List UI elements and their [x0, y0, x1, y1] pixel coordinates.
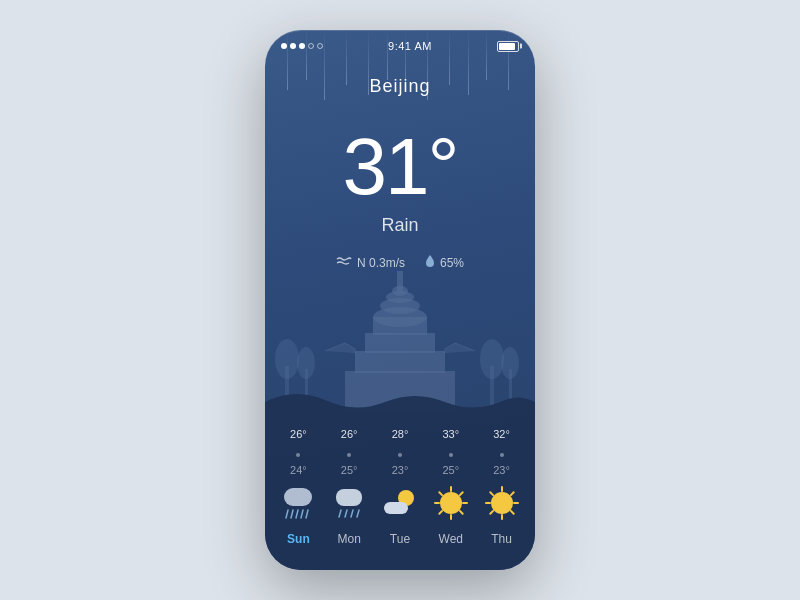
forecast-section: 26° 26° 28° 33° 32° 24° 25° 23° 25° 23° — [265, 382, 535, 570]
battery-fill — [499, 43, 515, 50]
signal-dots — [281, 43, 323, 49]
status-time: 9:41 AM — [388, 40, 432, 52]
city-name: Beijing — [265, 76, 535, 97]
svg-line-36 — [460, 511, 463, 514]
day-label-row: Sun Mon Tue Wed Thu — [265, 530, 535, 554]
forecast-icon-thu — [479, 486, 525, 526]
dot-sun — [275, 443, 321, 461]
wave-divider — [265, 382, 535, 422]
svg-line-24 — [339, 510, 341, 517]
humidity-detail: 65% — [425, 254, 464, 271]
svg-line-18 — [286, 510, 288, 518]
svg-line-35 — [439, 492, 442, 495]
signal-dot-5 — [317, 43, 323, 49]
dot-mon — [326, 443, 372, 461]
svg-rect-17 — [284, 488, 312, 506]
high-temp-thu: 32° — [479, 428, 525, 440]
signal-dot-4 — [308, 43, 314, 49]
day-sun: Sun — [275, 532, 321, 546]
svg-line-37 — [460, 492, 463, 495]
forecast-icon-mon — [326, 486, 372, 526]
dot-thu — [479, 443, 525, 461]
svg-line-21 — [301, 510, 303, 518]
main-weather-content: Beijing 31° Rain N 0.3m/s 65% — [265, 56, 535, 271]
forecast-icon-tue — [377, 486, 423, 526]
forecast-background: 26° 26° 28° 33° 32° 24° 25° 23° 25° 23° — [265, 422, 535, 570]
svg-line-44 — [490, 492, 493, 495]
svg-line-27 — [357, 510, 359, 517]
low-temp-sun: 24° — [275, 464, 321, 476]
day-thu: Thu — [479, 532, 525, 546]
high-temp-tue: 28° — [377, 428, 423, 440]
svg-rect-8 — [397, 271, 403, 293]
svg-point-14 — [480, 339, 504, 379]
low-temp-tue: 23° — [377, 464, 423, 476]
svg-line-45 — [510, 511, 513, 514]
dot-wed — [428, 443, 474, 461]
svg-point-30 — [440, 492, 462, 514]
svg-line-22 — [306, 510, 308, 518]
signal-dot-2 — [290, 43, 296, 49]
forecast-icon-row — [265, 482, 535, 530]
svg-line-26 — [351, 510, 353, 517]
svg-point-39 — [491, 492, 513, 514]
weather-condition: Rain — [265, 215, 535, 236]
day-tue: Tue — [377, 532, 423, 546]
day-wed: Wed — [428, 532, 474, 546]
svg-rect-29 — [384, 502, 408, 514]
high-temp-wed: 33° — [428, 428, 474, 440]
low-temp-mon: 25° — [326, 464, 372, 476]
forecast-icon-sun — [275, 486, 321, 526]
battery-icon — [497, 41, 519, 52]
svg-rect-2 — [365, 333, 435, 353]
wind-icon — [336, 255, 352, 271]
wind-value: N 0.3m/s — [357, 256, 405, 270]
day-mon: Mon — [326, 532, 372, 546]
high-temp-row: 26° 26° 28° 33° 32° — [265, 422, 535, 442]
low-temp-wed: 25° — [428, 464, 474, 476]
high-temp-sun: 26° — [275, 428, 321, 440]
low-temp-thu: 23° — [479, 464, 525, 476]
wind-detail: N 0.3m/s — [336, 255, 405, 271]
signal-dot-3 — [299, 43, 305, 49]
svg-point-10 — [275, 339, 299, 379]
svg-line-46 — [510, 492, 513, 495]
svg-rect-1 — [355, 351, 445, 373]
svg-line-20 — [296, 510, 298, 518]
svg-line-19 — [291, 510, 293, 518]
svg-point-12 — [297, 347, 315, 379]
svg-line-25 — [345, 510, 347, 517]
forecast-icon-wed — [428, 486, 474, 526]
weather-details: N 0.3m/s 65% — [265, 254, 535, 271]
high-dot-row — [265, 442, 535, 462]
svg-line-38 — [439, 511, 442, 514]
humidity-value: 65% — [440, 256, 464, 270]
humidity-icon — [425, 254, 435, 271]
svg-rect-23 — [336, 489, 362, 506]
low-temp-row: 24° 25° 23° 25° 23° — [265, 462, 535, 482]
high-temp-mon: 26° — [326, 428, 372, 440]
svg-line-47 — [490, 511, 493, 514]
svg-point-16 — [501, 347, 519, 379]
signal-dot-1 — [281, 43, 287, 49]
current-temperature: 31° — [265, 127, 535, 207]
dot-tue — [377, 443, 423, 461]
status-bar: 9:41 AM — [265, 30, 535, 56]
phone-frame: 9:41 AM Beijing 31° Rain N 0.3m/s — [265, 30, 535, 570]
